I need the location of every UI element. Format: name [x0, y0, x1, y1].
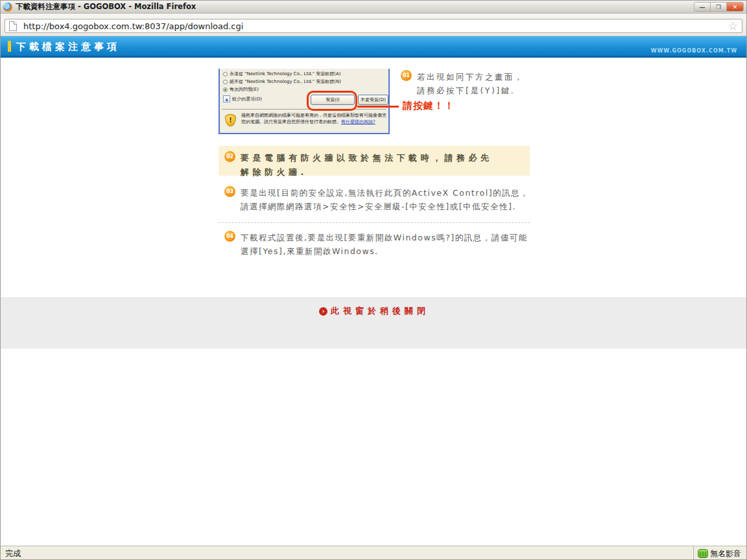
header-accent-bar: [8, 41, 11, 52]
step-02-text: 要是電腦有防火牆以致於無法下載時，請務必先 解除防火牆.: [241, 151, 493, 180]
warning-shield-icon: !: [225, 114, 236, 126]
page-viewport: 下載檔案注意事項 WWW.GOGOBOX.COM.TW 永遠從 "Nextlin…: [1, 36, 747, 546]
callout-line: [357, 106, 399, 108]
window-title: 下載資料注意事項 - GOGOBOX - Mozilla Firefox: [16, 2, 196, 12]
step-04-text: 下載程式設置後,要是出現[要重新開啟Windows嗎?]的訊息，請儘可能 選擇[…: [241, 231, 528, 258]
minimize-button[interactable]: —: [694, 3, 711, 11]
radio-label: 永遠從 "Nextlink Technology Co., Ltd." 安裝軟體…: [230, 71, 341, 77]
step-04: 04 下載程式設置後,要是出現[要重新開啟Windows嗎?]的訊息，請儘可能 …: [219, 231, 528, 258]
radio-selected-icon: [223, 88, 228, 92]
dashed-divider: [219, 222, 530, 223]
step-line: 請選擇網際網路選項>安全性>安全層級-[中安全性]或[中低安全性].: [241, 200, 529, 213]
security-dialog-screenshot: 永遠從 "Nextlink Technology Co., Ltd." 安裝軟體…: [219, 69, 390, 134]
step-line: 若出現如同下方之畫面，: [417, 70, 524, 84]
dialog-radio-ask: 每次詢問我(E): [223, 86, 259, 93]
arrow-right-icon: ›: [319, 307, 327, 316]
step-03-text: 要是出現[目前的安全設定,無法執行此頁的ActiveX Control]的訊息，…: [241, 186, 529, 213]
step-02-badge: 02: [224, 151, 235, 162]
address-bar: http://box4.gogobox.com.tw:8037/app/down…: [1, 14, 746, 36]
step-03-badge: 03: [224, 186, 235, 197]
dialog-dont-install-button: 不要安裝(D): [358, 95, 388, 105]
dialog-divider: [222, 109, 386, 110]
status-bar: 完成 無名影音: [1, 546, 746, 560]
bookmark-star-icon[interactable]: ☆: [728, 21, 738, 32]
dialog-radio-never: 絕不從 "Nextlink Technology Co., Ltd." 安裝軟體…: [223, 78, 341, 85]
restore-button[interactable]: ❐: [711, 3, 727, 11]
step-line: 下載程式設置後,要是出現[要重新開啟Windows嗎?]的訊息，請儘可能: [241, 231, 528, 244]
window-controls: — ❐ ✕: [694, 2, 744, 12]
close-notice-text: 此視窗於稍後關閉: [331, 305, 429, 317]
dialog-warning-text: 雖然來自網際網路的檔案可能是有用的，但是這個檔案類型有可能會傷害您的電腦。請只安…: [241, 112, 386, 125]
install-highlight-circle: [307, 91, 357, 111]
step-line: 請務必按下[是(Y)]鍵.: [417, 84, 524, 97]
step-03: 03 要是出現[目前的安全設定,無法執行此頁的ActiveX Control]的…: [219, 186, 529, 213]
step-line: 解除防火牆.: [241, 165, 493, 180]
wretch-label: 無名影音: [710, 548, 741, 559]
firefox-icon: [3, 3, 12, 12]
dialog-radio-always: 永遠從 "Nextlink Technology Co., Ltd." 安裝軟體…: [223, 71, 341, 77]
step-01: 01 若出現如同下方之畫面， 請務必按下[是(Y)]鍵.: [401, 70, 524, 97]
url-field[interactable]: http://box4.gogobox.com.tw:8037/app/down…: [5, 19, 742, 33]
page-title: 下載檔案注意事項: [16, 41, 120, 53]
warning-risk-link: 有什麼樣的風險?: [341, 119, 375, 124]
step-01-badge: 01: [401, 70, 412, 81]
step-01-text: 若出現如同下方之畫面， 請務必按下[是(Y)]鍵.: [417, 70, 524, 97]
wretch-video-icon: [698, 549, 708, 558]
status-right-panel[interactable]: 無名影音: [693, 546, 746, 560]
chevron-up-icon: ▲: [223, 95, 230, 102]
less-options-label: 較少的選項(O): [232, 96, 262, 102]
radio-icon: [223, 80, 228, 84]
step-02: 02 要是電腦有防火牆以致於無法下載時，請務必先 解除防火牆.: [224, 151, 493, 180]
close-button[interactable]: ✕: [727, 3, 743, 11]
radio-icon: [223, 72, 228, 76]
step-line: 要是出現[目前的安全設定,無法執行此頁的ActiveX Control]的訊息，: [241, 186, 529, 200]
close-notice: › 此視窗於稍後關閉: [1, 305, 747, 317]
radio-label: 每次詢問我(E): [230, 86, 259, 93]
title-bar: 下載資料注意事項 - GOGOBOX - Mozilla Firefox — ❐…: [1, 1, 746, 14]
radio-label: 絕不從 "Nextlink Technology Co., Ltd." 安裝軟體…: [230, 78, 341, 85]
dialog-less-options: ▲ 較少的選項(O): [223, 95, 262, 102]
step-line: 要是電腦有防火牆以致於無法下載時，請務必先: [241, 151, 493, 165]
step-line: 選擇[Yes],來重新開啟Windows.: [241, 244, 528, 258]
page-header: 下載檔案注意事項 WWW.GOGOBOX.COM.TW: [1, 36, 747, 58]
site-url-label: WWW.GOGOBOX.COM.TW: [651, 48, 737, 54]
step-04-badge: 04: [224, 231, 235, 242]
press-key-callout: 請按鍵！！: [403, 100, 455, 112]
step-02-highlight-box: 02 要是電腦有防火牆以致於無法下載時，請務必先 解除防火牆.: [219, 146, 530, 176]
footer-band: › 此視窗於稍後關閉: [1, 298, 747, 349]
url-text[interactable]: http://box4.gogobox.com.tw:8037/app/down…: [23, 21, 243, 31]
status-text: 完成: [1, 548, 693, 559]
page-proxy-icon: [9, 21, 17, 31]
browser-window: 下載資料注意事項 - GOGOBOX - Mozilla Firefox — ❐…: [0, 0, 747, 560]
